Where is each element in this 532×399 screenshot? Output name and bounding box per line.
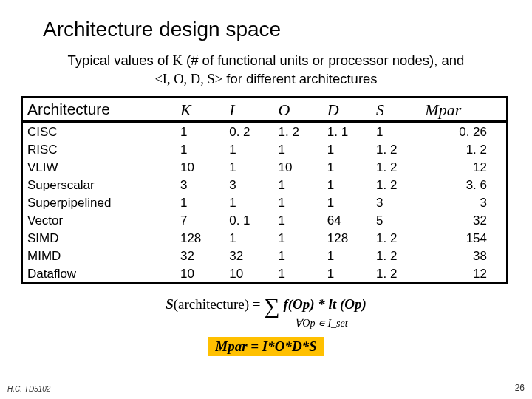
cell: 3 [176, 176, 225, 194]
table-body: CISC10. 21. 21. 110. 26 RISC11111. 21. 2… [22, 121, 508, 283]
cell-mpar: 12 [420, 265, 507, 284]
subtitle-line2-letters: I, O, D, S [163, 72, 215, 86]
page-title: Architecture design space [43, 18, 511, 41]
cell: 1. 2 [372, 229, 420, 247]
cell-mpar: 12 [420, 158, 507, 176]
cell-arch: Superscalar [22, 176, 176, 194]
f-rhs1a: f( [283, 297, 293, 313]
cell: 1 [273, 229, 322, 247]
f-rhs3: ) [362, 297, 366, 313]
cell: 32 [176, 247, 225, 265]
col-K: K [176, 97, 225, 121]
cell-arch: CISC [22, 121, 176, 140]
cell: 1 [273, 265, 322, 284]
cell-mpar: 1. 2 [420, 140, 507, 158]
cell: 1. 2 [372, 140, 420, 158]
cell: 1 [323, 265, 372, 284]
cell: 10 [176, 158, 225, 176]
cell: 32 [225, 247, 273, 265]
cell: 0. 2 [225, 121, 273, 140]
table-row: SIMD128111281. 2154 [22, 229, 508, 247]
subtitle-line1-pre: Typical values of [68, 52, 173, 68]
cell: 1 [273, 211, 322, 229]
cell: 3 [372, 194, 420, 211]
cell-arch: Dataflow [22, 265, 176, 284]
f-arch: (architecture) = [174, 297, 265, 313]
cell: 0. 1 [225, 211, 273, 229]
cell: 1. 2 [372, 247, 420, 265]
cell-arch: Vector [22, 211, 176, 229]
f-op1: Op [293, 297, 310, 313]
cell: 1. 2 [372, 265, 420, 284]
cell: 1 [225, 158, 273, 176]
subtitle: Typical values of K (# of functional uni… [21, 52, 511, 89]
cell: 1 [273, 247, 322, 265]
cell: 3 [225, 176, 273, 194]
cell-mpar: 3. 6 [420, 176, 507, 194]
cell: 64 [323, 211, 372, 229]
cell: 1. 1 [323, 121, 372, 140]
cell: 128 [323, 229, 372, 247]
table-row: Dataflow1010111. 212 [22, 265, 508, 284]
cell-mpar: 3 [420, 194, 507, 211]
cell-arch: MIMD [22, 247, 176, 265]
mpar-equation-wrap: Mpar = I*O*D*S [21, 330, 511, 356]
cell-arch: VLIW [22, 158, 176, 176]
architecture-table: Architecture K I O D S Mpar CISC10. 21. … [21, 96, 508, 284]
f-S: S [166, 297, 174, 313]
table-row: VLIW1011011. 212 [22, 158, 508, 176]
cell: 5 [372, 211, 420, 229]
cell: 1 [372, 121, 420, 140]
cell-mpar: 32 [420, 211, 507, 229]
footer-left: H.C. TD5102 [7, 385, 50, 393]
cell-arch: SIMD [22, 229, 176, 247]
cell: 1. 2 [273, 121, 322, 140]
sigma-icon: ∑ [264, 293, 279, 318]
cell: 1 [176, 121, 225, 140]
forall-icon: ∀ [295, 318, 302, 329]
formula-block: S(architecture) = ∑ f(Op) * lt (Op) ∀Op … [21, 293, 511, 356]
subtitle-line1-post: (# of functional units or processor node… [183, 52, 465, 68]
table-row: Vector70. 1164532 [22, 211, 508, 229]
cell: 1 [225, 140, 273, 158]
cell-arch: RISC [22, 140, 176, 158]
footer-right: 26 [515, 383, 525, 393]
cell: 1 [323, 158, 372, 176]
subtitle-line2-pre: < [154, 72, 162, 86]
mpar-equation: Mpar = I*O*D*S [208, 337, 324, 356]
slide: Architecture design space Typical values… [0, 0, 532, 399]
col-O: O [273, 97, 322, 121]
cell: 1 [225, 194, 273, 211]
f-rhs1: f(Op) * lt (Op) [283, 297, 366, 313]
f-rhs2: ) * lt ( [310, 297, 344, 313]
formula-sub: ∀Op ∊ I_set [132, 317, 511, 330]
cell: 1 [176, 194, 225, 211]
col-I: I [225, 97, 273, 121]
table-row: MIMD3232111. 238 [22, 247, 508, 265]
cell: 1. 2 [372, 176, 420, 194]
cell: 1 [225, 229, 273, 247]
col-D: D [323, 97, 372, 121]
cell: 1 [273, 140, 322, 158]
cell: 1 [323, 140, 372, 158]
col-S: S [372, 97, 420, 121]
cell-arch: Superpipelined [22, 194, 176, 211]
cell-mpar: 38 [420, 247, 507, 265]
cell-mpar: 0. 26 [420, 121, 507, 140]
cell: 1. 2 [372, 158, 420, 176]
subtitle-K: K [173, 53, 183, 68]
cell: 128 [176, 229, 225, 247]
formula-s-architecture: S(architecture) = ∑ f(Op) * lt (Op) [21, 293, 511, 318]
subtitle-line2-post: for different architectures [222, 71, 377, 86]
cell: 7 [176, 211, 225, 229]
cell: 1 [273, 194, 322, 211]
cell: 1 [323, 247, 372, 265]
table-row: Superscalar33111. 23. 6 [22, 176, 508, 194]
cell: 1 [176, 140, 225, 158]
table-row: CISC10. 21. 21. 110. 26 [22, 121, 508, 140]
subtitle-line2-gt: > [215, 72, 222, 86]
col-Mpar: Mpar [420, 97, 507, 121]
cell-mpar: 154 [420, 229, 507, 247]
f-sub-text: Op ∊ I_set [302, 318, 347, 329]
cell: 1 [323, 194, 372, 211]
